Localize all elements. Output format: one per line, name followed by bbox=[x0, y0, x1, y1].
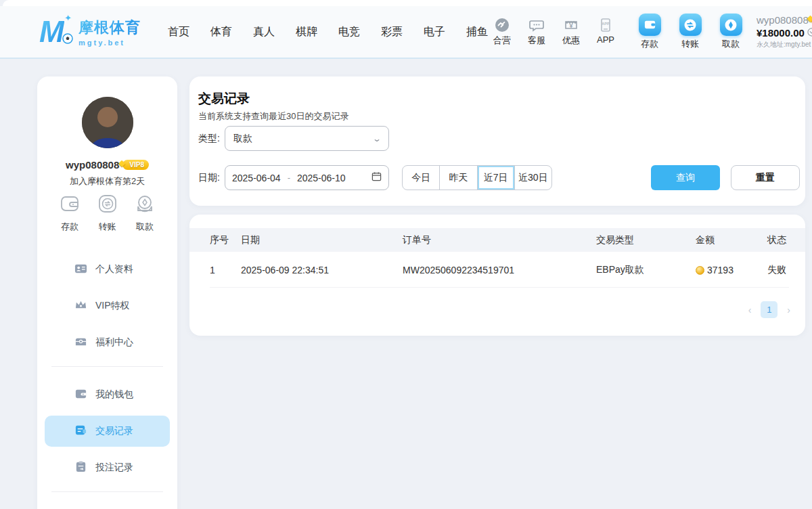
brand-logo-mark: M ✦ bbox=[39, 14, 74, 49]
sidebar-menu: 个人资料 VIP特权 福利中心 我的钱包 bbox=[45, 254, 170, 509]
transaction-table-card: 序号 日期 订单号 交易类型 金额 状态 1 2025-06-09 22:34:… bbox=[189, 215, 805, 336]
page: M ✦ 摩根体育 mgty.bet 首页 体育 真人 棋牌 电竞 彩票 电子 捕… bbox=[0, 0, 812, 509]
menu-divider bbox=[51, 491, 163, 492]
coupon-yuan-icon: ¥ bbox=[563, 17, 579, 33]
range-7days-button[interactable]: 近7日 bbox=[478, 166, 515, 190]
sidebar-withdraw-button[interactable]: 取款 bbox=[127, 193, 162, 233]
nav-item-fishing[interactable]: 捕鱼 bbox=[466, 25, 488, 39]
sidebar-deposit-button[interactable]: 存款 bbox=[52, 193, 87, 233]
customer-service-label: 客服 bbox=[528, 35, 545, 47]
type-filter-label: 类型: bbox=[198, 133, 220, 145]
nav-item-sports[interactable]: 体育 bbox=[210, 25, 232, 39]
transaction-filter-card: 交易记录 当前系统支持查询最近30日的交易记录 类型: 取款 ⌄ 日期: 202… bbox=[189, 76, 805, 206]
date-from-value: 2025-06-04 bbox=[232, 173, 281, 183]
range-30days-button[interactable]: 近30日 bbox=[515, 166, 551, 190]
amount-value: 37193 bbox=[707, 265, 734, 275]
withdraw-button[interactable]: 取款 bbox=[716, 14, 746, 50]
nav-item-live[interactable]: 真人 bbox=[253, 25, 275, 39]
sidebar-avatar[interactable] bbox=[82, 97, 133, 148]
header-tool-group: 合营 客服 ¥ 优惠 APP APP bbox=[488, 17, 620, 47]
chat-bubble-icon bbox=[528, 17, 545, 33]
nav-item-chess[interactable]: 棋牌 bbox=[296, 25, 317, 39]
treasure-box-icon bbox=[74, 335, 87, 351]
window-top-strip bbox=[3, 0, 812, 6]
sidebar-item-transactions[interactable]: 交易记录 bbox=[45, 416, 170, 447]
page-title: 交易记录 bbox=[198, 90, 250, 108]
sidebar-item-vip[interactable]: VIP特权 bbox=[45, 290, 170, 322]
sidebar-item-label: 交易记录 bbox=[95, 425, 133, 437]
svg-text:APP: APP bbox=[602, 22, 610, 26]
nav-item-lottery[interactable]: 彩票 bbox=[381, 25, 403, 39]
transfer-cycle-icon bbox=[679, 14, 702, 36]
deposit-label: 存款 bbox=[641, 38, 658, 50]
table-row: 1 2025-06-09 22:34:51 MW2025060922345197… bbox=[189, 257, 805, 283]
nav-item-esports[interactable]: 电竞 bbox=[338, 25, 360, 39]
brand-logo[interactable]: M ✦ 摩根体育 mgty.bet bbox=[39, 14, 153, 49]
nav-item-slots[interactable]: 电子 bbox=[424, 25, 445, 39]
sidebar-item-wallet[interactable]: 我的钱包 bbox=[45, 379, 170, 410]
row-type: EBPay取款 bbox=[596, 264, 696, 276]
sidebar: wyp080808 VIP8 加入摩根体育第2天 存款 转账 取款 bbox=[37, 76, 177, 509]
wallet-outline-icon bbox=[59, 193, 81, 217]
sidebar-item-profile[interactable]: 个人资料 bbox=[45, 254, 170, 285]
phone-app-icon: APP bbox=[597, 17, 614, 33]
deposit-wallet-icon bbox=[639, 14, 661, 36]
sidebar-item-label: 福利中心 bbox=[95, 336, 133, 349]
chevron-down-icon: ⌄ bbox=[372, 134, 382, 143]
brand-name: 摩根体育 bbox=[78, 18, 141, 38]
promo-label: 优惠 bbox=[562, 35, 580, 47]
sidebar-item-label: 投注记录 bbox=[95, 462, 133, 474]
gold-coin-icon bbox=[696, 266, 704, 275]
partner-button[interactable]: 合营 bbox=[488, 17, 516, 47]
reset-button[interactable]: 重置 bbox=[731, 165, 800, 190]
sidebar-withdraw-label: 取款 bbox=[136, 221, 154, 233]
brand-domain: mgty.bet bbox=[78, 39, 141, 47]
sidebar-item-label: 我的钱包 bbox=[95, 389, 133, 401]
transfer-button[interactable]: 转账 bbox=[675, 14, 705, 50]
pagination: ‹ 1 › bbox=[748, 301, 790, 318]
sidebar-item-prizes[interactable]: 兑奖记录 bbox=[45, 504, 170, 509]
app-label: APP bbox=[597, 35, 614, 45]
logo-m-swoosh-icon: M bbox=[39, 16, 64, 48]
id-card-icon bbox=[74, 262, 87, 278]
page-subtitle: 当前系统支持查询最近30日的交易记录 bbox=[198, 110, 348, 123]
sidebar-item-bets[interactable]: 投注记录 bbox=[45, 452, 170, 483]
col-index: 序号 bbox=[210, 234, 241, 246]
nav-item-home[interactable]: 首页 bbox=[168, 25, 189, 39]
col-amount: 金额 bbox=[696, 234, 767, 246]
range-today-button[interactable]: 今日 bbox=[403, 166, 440, 190]
join-days-text: 加入摩根体育第2天 bbox=[37, 175, 177, 187]
quick-range-group: 今日 昨天 近7日 近30日 bbox=[402, 165, 552, 190]
sidebar-quick-actions: 存款 转账 取款 bbox=[47, 193, 168, 233]
table-header-row: 序号 日期 订单号 交易类型 金额 状态 bbox=[189, 228, 805, 252]
app-download-button[interactable]: APP APP bbox=[591, 17, 620, 45]
sidebar-item-welfare[interactable]: 福利中心 bbox=[45, 327, 170, 358]
menu-divider bbox=[51, 366, 163, 367]
deposit-button[interactable]: 存款 bbox=[635, 14, 664, 50]
pagination-next-icon[interactable]: › bbox=[787, 305, 790, 315]
balance-amount: ¥18000.00 bbox=[757, 27, 805, 40]
type-select[interactable]: 取款 ⌄ bbox=[225, 126, 389, 151]
row-amount: 37193 bbox=[696, 265, 767, 275]
promo-button[interactable]: ¥ 优惠 bbox=[557, 17, 585, 47]
pagination-page-1[interactable]: 1 bbox=[761, 301, 777, 318]
pagination-prev-icon[interactable]: ‹ bbox=[748, 305, 752, 315]
type-select-value: 取款 bbox=[233, 133, 374, 145]
gem-outline-icon bbox=[134, 193, 156, 217]
sidebar-transfer-button[interactable]: 转账 bbox=[90, 193, 125, 233]
bet-record-icon bbox=[74, 460, 87, 476]
partner-label: 合营 bbox=[493, 35, 511, 47]
crown-icon bbox=[74, 298, 87, 314]
customer-service-button[interactable]: 客服 bbox=[522, 17, 551, 47]
date-to-value: 2025-06-10 bbox=[297, 173, 346, 183]
cycle-outline-icon bbox=[97, 193, 118, 217]
range-yesterday-button[interactable]: 昨天 bbox=[440, 166, 477, 190]
withdraw-label: 取款 bbox=[722, 38, 740, 50]
svg-text:¥: ¥ bbox=[569, 22, 572, 29]
date-range-input[interactable]: 2025-06-04 - 2025-06-10 bbox=[225, 165, 389, 190]
main-nav: 首页 体育 真人 棋牌 电竞 彩票 电子 捕鱼 bbox=[168, 25, 488, 39]
balance-refresh-icon[interactable] bbox=[807, 27, 812, 40]
date-separator: - bbox=[288, 173, 290, 183]
row-status: 失败 bbox=[767, 264, 789, 276]
search-button[interactable]: 查询 bbox=[651, 165, 720, 190]
